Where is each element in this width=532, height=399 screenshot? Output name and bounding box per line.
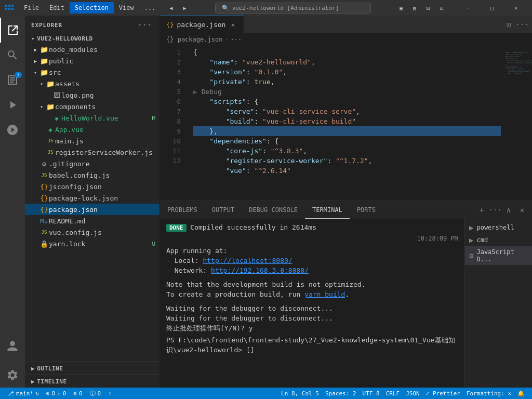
terminal-output[interactable]: DONE Compiled successfully in 2614ms 10:… bbox=[160, 219, 464, 388]
root-folder[interactable]: ▾ VUE2-HELLOWORLD bbox=[25, 32, 159, 44]
tree-item-node_modules[interactable]: ▶📁node_modules bbox=[25, 44, 159, 55]
statusbar-language[interactable]: JSON bbox=[403, 388, 423, 399]
menu-more[interactable]: ... bbox=[139, 2, 161, 14]
tab-close-btn[interactable]: ✕ bbox=[229, 21, 237, 29]
new-file-btn[interactable]: ··· bbox=[137, 20, 153, 30]
file-label-jsconfig: jsconfig.json bbox=[49, 183, 159, 191]
layout-btn-4[interactable]: ⊟ bbox=[435, 3, 448, 13]
js-debug-label: JavaScript D... bbox=[476, 248, 528, 263]
tab-bar-actions: ⊡ ··· bbox=[499, 16, 532, 33]
code-line-5: "scripts": { bbox=[193, 97, 501, 107]
file-label-node_modules: node_modules bbox=[49, 46, 159, 54]
menu-view[interactable]: View bbox=[114, 2, 139, 14]
file-tree: ▶📁node_modules▶📁public▾📁src▾📁assets🖼logo… bbox=[25, 44, 159, 362]
file-label-registerService: registerServiceWorker.js bbox=[55, 149, 159, 156]
debug-hint[interactable]: ▶ Debug bbox=[193, 87, 501, 97]
panel-tab-ports[interactable]: PORTS bbox=[350, 201, 383, 219]
tree-item-helloworld[interactable]: ◈HelloWorld.vueM bbox=[25, 112, 159, 124]
activity-accounts[interactable] bbox=[0, 334, 25, 358]
breadcrumb-file[interactable]: {} package.json bbox=[166, 36, 222, 43]
more-actions-btn[interactable]: ··· bbox=[516, 19, 528, 30]
tree-item-jsconfig[interactable]: {}jsconfig.json bbox=[25, 181, 159, 192]
more-terminal-btn[interactable]: ··· bbox=[489, 204, 501, 216]
layout-btn-3[interactable]: ⊞ bbox=[422, 3, 434, 13]
code-line-9: "dependencies": { bbox=[193, 136, 501, 146]
code-line-4: "private": true, ▶ Debug bbox=[193, 77, 501, 97]
tree-item-babel[interactable]: JSbabel.config.js bbox=[25, 169, 159, 181]
minimize-panel-btn[interactable]: ∧ bbox=[503, 204, 514, 216]
menu-file[interactable]: File bbox=[19, 2, 44, 14]
tab-package-json[interactable]: {} package.json ✕ bbox=[160, 16, 244, 33]
statusbar-notifications[interactable]: 🔔 bbox=[514, 388, 528, 399]
statusbar-errors[interactable]: ⊗ 0 ⚠ 0 bbox=[43, 388, 70, 399]
statusbar-formatting[interactable]: Formatting: ✕ bbox=[463, 388, 514, 399]
layout-btn-2[interactable]: ▤ bbox=[408, 3, 421, 13]
close-button[interactable]: ✕ bbox=[504, 0, 528, 16]
panel-tab-output[interactable]: OUTPUT bbox=[205, 201, 242, 219]
minimize-button[interactable]: ─ bbox=[456, 0, 480, 16]
prompt-line[interactable]: PS F:\code\frontend\frontend-study\27_Vu… bbox=[166, 335, 458, 355]
statusbar-left: ⎇ main* ↻ ⊗ 0 ⚠ 0 ⊗ 0 ⓘ 0 ↑ bbox=[4, 388, 115, 399]
add-terminal-btn[interactable]: + bbox=[476, 204, 487, 216]
tree-item-public[interactable]: ▶📁public bbox=[25, 55, 159, 66]
layout-btn-1[interactable]: ▣ bbox=[395, 3, 407, 13]
menu-selection[interactable]: Selection bbox=[70, 2, 114, 14]
code-editor[interactable]: 123456789101112 { "name": "vue2-hellowor… bbox=[160, 45, 532, 201]
activity-explorer[interactable] bbox=[0, 18, 25, 43]
terminal-instances: ▶ powershell ▶ cmd ⚙ JavaScript D... bbox=[464, 219, 532, 388]
tree-item-gitignore[interactable]: ⚙.gitignore bbox=[25, 158, 159, 169]
tree-item-logo[interactable]: 🖼logo.png bbox=[25, 89, 159, 101]
maximize-button[interactable]: □ bbox=[480, 0, 504, 16]
statusbar-remote-errors[interactable]: ⊗ 0 bbox=[70, 388, 85, 399]
activity-search[interactable] bbox=[0, 43, 25, 68]
local-url[interactable]: http://localhost:8080/ bbox=[203, 257, 292, 264]
terminal-powershell[interactable]: ▶ powershell bbox=[465, 221, 532, 234]
panel-tab-problems[interactable]: PROBLEMS bbox=[160, 201, 205, 219]
code-content[interactable]: { "name": "vue2-helloworld", "version": … bbox=[185, 45, 501, 201]
tree-item-packagejson[interactable]: {}package.json bbox=[25, 204, 159, 215]
split-editor-btn[interactable]: ⊡ bbox=[503, 19, 514, 30]
statusbar-position[interactable]: Ln 8, Col 5 bbox=[278, 388, 322, 399]
statusbar-branch[interactable]: ⎇ main* ↻ bbox=[4, 388, 42, 399]
statusbar-spaces[interactable]: Spaces: 2 bbox=[322, 388, 360, 399]
activity-extensions[interactable] bbox=[0, 117, 25, 142]
minimap: { "name": "vue2-helloworld", "version": … bbox=[501, 45, 532, 201]
yarn-build-link[interactable]: yarn build bbox=[304, 290, 345, 298]
tree-item-mainja[interactable]: JSmain.js bbox=[25, 135, 159, 147]
panel-tab-debug-console[interactable]: DEBUG CONSOLE bbox=[242, 201, 305, 219]
tree-item-packagelock[interactable]: {}package-lock.json bbox=[25, 192, 159, 204]
app-logo[interactable] bbox=[4, 3, 15, 13]
file-icon-readme: M↓ bbox=[39, 217, 49, 225]
activity-run[interactable] bbox=[0, 92, 25, 117]
tree-item-src[interactable]: ▾📁src bbox=[25, 66, 159, 78]
statusbar-encoding[interactable]: UTF-8 bbox=[360, 388, 383, 399]
statusbar-prettier[interactable]: ✓ Prettier bbox=[423, 388, 463, 399]
terminal-js-debug[interactable]: ⚙ JavaScript D... bbox=[465, 246, 532, 265]
outline-header[interactable]: ▶ OUTLINE bbox=[25, 362, 159, 375]
panel-tab-terminal[interactable]: TERMINAL bbox=[305, 201, 350, 219]
app-running-line: App running at: bbox=[166, 246, 458, 256]
network-url[interactable]: http://192.168.3.8:8080/ bbox=[211, 267, 309, 274]
tree-item-readme[interactable]: M↓README.md bbox=[25, 215, 159, 227]
tree-item-components[interactable]: ▾📁components bbox=[25, 101, 159, 112]
terminal-cmd[interactable]: ▶ cmd bbox=[465, 234, 532, 246]
statusbar-line-ending[interactable]: CRLF bbox=[383, 388, 403, 399]
tree-item-assets[interactable]: ▾📁assets bbox=[25, 78, 159, 89]
explorer-title: EXPLORER bbox=[31, 22, 62, 29]
tree-item-yarnlock[interactable]: 🔒yarn.lockU bbox=[25, 238, 159, 249]
breadcrumb-more[interactable]: ··· bbox=[231, 36, 242, 43]
menu-edit[interactable]: Edit bbox=[44, 2, 70, 14]
tree-item-vueconfig[interactable]: JSvue.config.js bbox=[25, 227, 159, 238]
terminal-panel: PROBLEMS OUTPUT DEBUG CONSOLE TERMINAL P… bbox=[160, 201, 532, 388]
nav-back[interactable]: ◀ bbox=[165, 3, 177, 13]
tree-item-appvue[interactable]: ◈App.vue bbox=[25, 124, 159, 135]
statusbar-info[interactable]: ⓘ 0 bbox=[87, 388, 104, 399]
timeline-header[interactable]: ▶ TIMELINE bbox=[25, 375, 159, 388]
search-box[interactable]: 🔍 vue2-helloworld [Administrator] bbox=[215, 3, 371, 14]
statusbar-deploy[interactable]: ↑ bbox=[105, 388, 115, 399]
activity-source-control[interactable]: 3 bbox=[0, 68, 25, 92]
nav-forward[interactable]: ▶ bbox=[178, 3, 191, 13]
activity-settings[interactable] bbox=[0, 363, 25, 388]
close-panel-btn[interactable]: ✕ bbox=[516, 204, 528, 216]
tree-item-registerService[interactable]: JSregisterServiceWorker.js bbox=[25, 147, 159, 158]
